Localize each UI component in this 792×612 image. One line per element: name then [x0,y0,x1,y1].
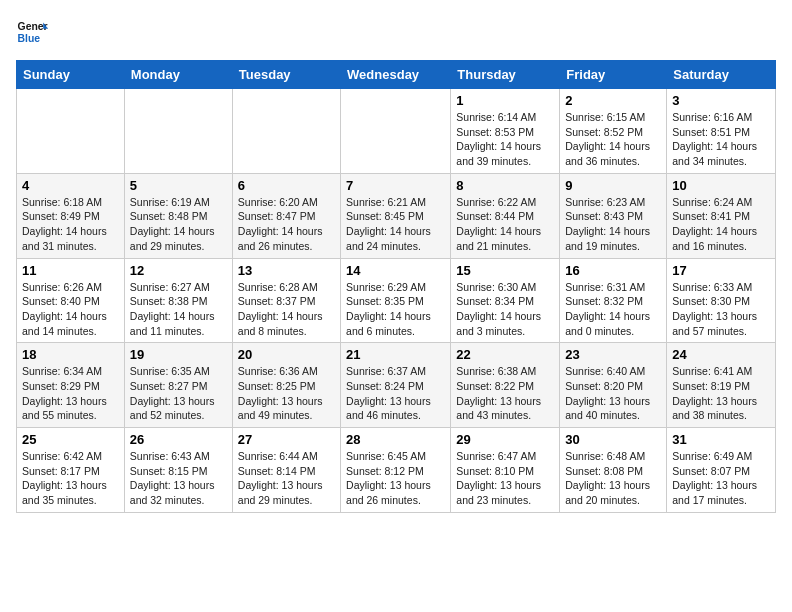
header-monday: Monday [124,61,232,89]
calendar-cell: 30Sunrise: 6:48 AM Sunset: 8:08 PM Dayli… [560,428,667,513]
calendar-cell: 6Sunrise: 6:20 AM Sunset: 8:47 PM Daylig… [232,173,340,258]
day-info: Sunrise: 6:43 AM Sunset: 8:15 PM Dayligh… [130,449,227,508]
day-info: Sunrise: 6:44 AM Sunset: 8:14 PM Dayligh… [238,449,335,508]
day-number: 28 [346,432,445,447]
day-number: 9 [565,178,661,193]
day-number: 2 [565,93,661,108]
day-number: 16 [565,263,661,278]
calendar-cell: 21Sunrise: 6:37 AM Sunset: 8:24 PM Dayli… [341,343,451,428]
day-number: 30 [565,432,661,447]
day-number: 7 [346,178,445,193]
calendar-cell [17,89,125,174]
day-number: 5 [130,178,227,193]
header-tuesday: Tuesday [232,61,340,89]
day-info: Sunrise: 6:23 AM Sunset: 8:43 PM Dayligh… [565,195,661,254]
calendar-cell: 16Sunrise: 6:31 AM Sunset: 8:32 PM Dayli… [560,258,667,343]
calendar-cell: 22Sunrise: 6:38 AM Sunset: 8:22 PM Dayli… [451,343,560,428]
calendar-cell: 17Sunrise: 6:33 AM Sunset: 8:30 PM Dayli… [667,258,776,343]
calendar-cell: 4Sunrise: 6:18 AM Sunset: 8:49 PM Daylig… [17,173,125,258]
calendar-week-row: 4Sunrise: 6:18 AM Sunset: 8:49 PM Daylig… [17,173,776,258]
day-number: 6 [238,178,335,193]
day-number: 24 [672,347,770,362]
calendar-cell: 24Sunrise: 6:41 AM Sunset: 8:19 PM Dayli… [667,343,776,428]
calendar-cell: 31Sunrise: 6:49 AM Sunset: 8:07 PM Dayli… [667,428,776,513]
day-info: Sunrise: 6:29 AM Sunset: 8:35 PM Dayligh… [346,280,445,339]
day-info: Sunrise: 6:33 AM Sunset: 8:30 PM Dayligh… [672,280,770,339]
calendar-cell: 18Sunrise: 6:34 AM Sunset: 8:29 PM Dayli… [17,343,125,428]
calendar-cell: 20Sunrise: 6:36 AM Sunset: 8:25 PM Dayli… [232,343,340,428]
day-info: Sunrise: 6:28 AM Sunset: 8:37 PM Dayligh… [238,280,335,339]
calendar-week-row: 11Sunrise: 6:26 AM Sunset: 8:40 PM Dayli… [17,258,776,343]
day-info: Sunrise: 6:36 AM Sunset: 8:25 PM Dayligh… [238,364,335,423]
calendar-cell: 1Sunrise: 6:14 AM Sunset: 8:53 PM Daylig… [451,89,560,174]
page-header: General Blue [16,16,776,48]
calendar-cell: 13Sunrise: 6:28 AM Sunset: 8:37 PM Dayli… [232,258,340,343]
calendar-week-row: 1Sunrise: 6:14 AM Sunset: 8:53 PM Daylig… [17,89,776,174]
header-saturday: Saturday [667,61,776,89]
day-info: Sunrise: 6:47 AM Sunset: 8:10 PM Dayligh… [456,449,554,508]
calendar-cell: 12Sunrise: 6:27 AM Sunset: 8:38 PM Dayli… [124,258,232,343]
logo: General Blue [16,16,52,48]
day-info: Sunrise: 6:26 AM Sunset: 8:40 PM Dayligh… [22,280,119,339]
calendar-cell: 10Sunrise: 6:24 AM Sunset: 8:41 PM Dayli… [667,173,776,258]
calendar-cell: 26Sunrise: 6:43 AM Sunset: 8:15 PM Dayli… [124,428,232,513]
day-info: Sunrise: 6:40 AM Sunset: 8:20 PM Dayligh… [565,364,661,423]
day-info: Sunrise: 6:30 AM Sunset: 8:34 PM Dayligh… [456,280,554,339]
header-friday: Friday [560,61,667,89]
day-number: 14 [346,263,445,278]
day-number: 11 [22,263,119,278]
day-number: 26 [130,432,227,447]
calendar-header-row: SundayMondayTuesdayWednesdayThursdayFrid… [17,61,776,89]
calendar-cell [341,89,451,174]
day-info: Sunrise: 6:42 AM Sunset: 8:17 PM Dayligh… [22,449,119,508]
calendar-cell: 25Sunrise: 6:42 AM Sunset: 8:17 PM Dayli… [17,428,125,513]
header-sunday: Sunday [17,61,125,89]
calendar-cell: 7Sunrise: 6:21 AM Sunset: 8:45 PM Daylig… [341,173,451,258]
day-number: 4 [22,178,119,193]
day-info: Sunrise: 6:31 AM Sunset: 8:32 PM Dayligh… [565,280,661,339]
day-number: 15 [456,263,554,278]
header-wednesday: Wednesday [341,61,451,89]
day-info: Sunrise: 6:18 AM Sunset: 8:49 PM Dayligh… [22,195,119,254]
calendar-cell: 14Sunrise: 6:29 AM Sunset: 8:35 PM Dayli… [341,258,451,343]
calendar-cell: 15Sunrise: 6:30 AM Sunset: 8:34 PM Dayli… [451,258,560,343]
day-number: 1 [456,93,554,108]
calendar-cell: 8Sunrise: 6:22 AM Sunset: 8:44 PM Daylig… [451,173,560,258]
day-number: 12 [130,263,227,278]
calendar-cell: 23Sunrise: 6:40 AM Sunset: 8:20 PM Dayli… [560,343,667,428]
day-info: Sunrise: 6:45 AM Sunset: 8:12 PM Dayligh… [346,449,445,508]
calendar-cell: 11Sunrise: 6:26 AM Sunset: 8:40 PM Dayli… [17,258,125,343]
day-number: 29 [456,432,554,447]
calendar-cell: 28Sunrise: 6:45 AM Sunset: 8:12 PM Dayli… [341,428,451,513]
day-number: 27 [238,432,335,447]
day-number: 3 [672,93,770,108]
day-number: 21 [346,347,445,362]
header-thursday: Thursday [451,61,560,89]
day-info: Sunrise: 6:27 AM Sunset: 8:38 PM Dayligh… [130,280,227,339]
day-number: 8 [456,178,554,193]
day-info: Sunrise: 6:38 AM Sunset: 8:22 PM Dayligh… [456,364,554,423]
calendar-cell: 5Sunrise: 6:19 AM Sunset: 8:48 PM Daylig… [124,173,232,258]
day-number: 19 [130,347,227,362]
calendar-cell: 29Sunrise: 6:47 AM Sunset: 8:10 PM Dayli… [451,428,560,513]
day-info: Sunrise: 6:22 AM Sunset: 8:44 PM Dayligh… [456,195,554,254]
day-number: 10 [672,178,770,193]
day-info: Sunrise: 6:24 AM Sunset: 8:41 PM Dayligh… [672,195,770,254]
day-number: 18 [22,347,119,362]
day-number: 25 [22,432,119,447]
calendar-cell [124,89,232,174]
calendar-cell: 19Sunrise: 6:35 AM Sunset: 8:27 PM Dayli… [124,343,232,428]
day-info: Sunrise: 6:21 AM Sunset: 8:45 PM Dayligh… [346,195,445,254]
day-info: Sunrise: 6:37 AM Sunset: 8:24 PM Dayligh… [346,364,445,423]
day-number: 22 [456,347,554,362]
day-number: 13 [238,263,335,278]
day-number: 20 [238,347,335,362]
day-info: Sunrise: 6:49 AM Sunset: 8:07 PM Dayligh… [672,449,770,508]
day-info: Sunrise: 6:48 AM Sunset: 8:08 PM Dayligh… [565,449,661,508]
day-info: Sunrise: 6:41 AM Sunset: 8:19 PM Dayligh… [672,364,770,423]
calendar-cell: 3Sunrise: 6:16 AM Sunset: 8:51 PM Daylig… [667,89,776,174]
calendar-week-row: 18Sunrise: 6:34 AM Sunset: 8:29 PM Dayli… [17,343,776,428]
calendar-cell: 2Sunrise: 6:15 AM Sunset: 8:52 PM Daylig… [560,89,667,174]
calendar-week-row: 25Sunrise: 6:42 AM Sunset: 8:17 PM Dayli… [17,428,776,513]
day-info: Sunrise: 6:34 AM Sunset: 8:29 PM Dayligh… [22,364,119,423]
